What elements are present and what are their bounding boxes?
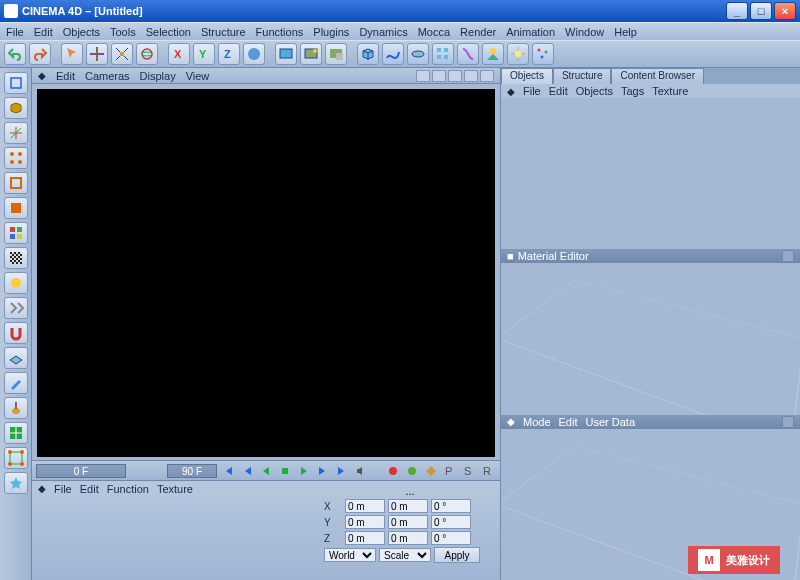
next-key-button[interactable]	[315, 464, 331, 478]
menu-structure[interactable]: Structure	[201, 26, 246, 38]
bodypaint-button[interactable]	[4, 372, 28, 394]
material-menu-edit[interactable]: Edit	[80, 483, 99, 495]
objmgr-menu-objects[interactable]: Objects	[576, 85, 613, 97]
record-button[interactable]	[385, 464, 401, 478]
wizard-button[interactable]	[4, 472, 28, 494]
rotate-tool-button[interactable]	[136, 43, 158, 65]
pos-key-button[interactable]: P	[442, 464, 458, 478]
keyframe-selection-button[interactable]	[423, 464, 439, 478]
viewport-menu-edit[interactable]: Edit	[56, 70, 75, 82]
material-expand-icon[interactable]: ◆	[38, 483, 46, 494]
move-tool-button[interactable]	[86, 43, 108, 65]
tab-structure[interactable]: Structure	[553, 68, 612, 84]
material-menu-function[interactable]: Function	[107, 483, 149, 495]
menu-plugins[interactable]: Plugins	[313, 26, 349, 38]
x-rot-input[interactable]	[431, 499, 471, 513]
particle-button[interactable]	[532, 43, 554, 65]
objmgr-expand-icon[interactable]: ◆	[507, 86, 515, 97]
rot-key-button[interactable]: R	[480, 464, 496, 478]
viewport-nav-2[interactable]	[432, 70, 446, 82]
attr-menu-userdata[interactable]: User Data	[586, 416, 636, 428]
edge-mode-button[interactable]	[4, 172, 28, 194]
tab-content-browser[interactable]: Content Browser	[611, 68, 703, 84]
scale-select[interactable]: Scale	[379, 548, 431, 562]
menu-file[interactable]: File	[6, 26, 24, 38]
material-menu-texture[interactable]: Texture	[157, 483, 193, 495]
menu-render[interactable]: Render	[460, 26, 496, 38]
x-size-input[interactable]	[388, 499, 428, 513]
world-select[interactable]: World	[324, 548, 376, 562]
autokey-button[interactable]	[404, 464, 420, 478]
viewport-nav-3[interactable]	[448, 70, 462, 82]
minimize-button[interactable]: _	[726, 2, 748, 20]
y-axis-button[interactable]: Y	[193, 43, 215, 65]
scene-button[interactable]	[482, 43, 504, 65]
attr-lock-icon[interactable]	[782, 416, 794, 428]
coord-system-button[interactable]	[243, 43, 265, 65]
polygon-mode-button[interactable]	[4, 197, 28, 219]
attr-menu-edit[interactable]: Edit	[559, 416, 578, 428]
light-button[interactable]	[507, 43, 529, 65]
current-frame-field[interactable]: 0 F	[36, 464, 126, 478]
x-pos-input[interactable]	[345, 499, 385, 513]
viewport-menu-cameras[interactable]: Cameras	[85, 70, 130, 82]
spline-primitive-button[interactable]	[382, 43, 404, 65]
select-tool-button[interactable]	[61, 43, 83, 65]
attr-menu-mode[interactable]: Mode	[523, 416, 551, 428]
uv-points-button[interactable]	[4, 447, 28, 469]
material-editor-body[interactable]	[501, 263, 800, 414]
deformer-button[interactable]	[457, 43, 479, 65]
menu-edit[interactable]: Edit	[34, 26, 53, 38]
y-rot-input[interactable]	[431, 515, 471, 529]
undo-button[interactable]	[4, 43, 26, 65]
viewport-menu-display[interactable]: Display	[140, 70, 176, 82]
stop-button[interactable]	[277, 464, 293, 478]
objmgr-menu-tags[interactable]: Tags	[621, 85, 644, 97]
menu-functions[interactable]: Functions	[256, 26, 304, 38]
make-editable-button[interactable]	[4, 72, 28, 94]
viewport-menu-view[interactable]: View	[186, 70, 210, 82]
z-pos-input[interactable]	[345, 531, 385, 545]
menu-animation[interactable]: Animation	[506, 26, 555, 38]
tab-objects[interactable]: Objects	[501, 68, 553, 84]
y-pos-input[interactable]	[345, 515, 385, 529]
maximize-button[interactable]: □	[750, 2, 772, 20]
animation-mode-button[interactable]	[4, 272, 28, 294]
scale-tool-button[interactable]	[111, 43, 133, 65]
object-manager-body[interactable]	[501, 98, 800, 249]
render-view-button[interactable]	[275, 43, 297, 65]
redo-button[interactable]	[29, 43, 51, 65]
menu-help[interactable]: Help	[614, 26, 637, 38]
prev-key-button[interactable]	[239, 464, 255, 478]
sound-button[interactable]	[353, 464, 369, 478]
menu-objects[interactable]: Objects	[63, 26, 100, 38]
z-axis-button[interactable]: Z	[218, 43, 240, 65]
material-lock-icon[interactable]	[782, 250, 794, 262]
menu-window[interactable]: Window	[565, 26, 604, 38]
close-button[interactable]: ×	[774, 2, 796, 20]
menu-dynamics[interactable]: Dynamics	[359, 26, 407, 38]
texture-mode-button[interactable]	[4, 247, 28, 269]
goto-end-button[interactable]	[334, 464, 350, 478]
y-size-input[interactable]	[388, 515, 428, 529]
object-axis-button[interactable]	[4, 122, 28, 144]
end-frame-field[interactable]: 90 F	[167, 464, 217, 478]
nurbs-button[interactable]	[407, 43, 429, 65]
cube-primitive-button[interactable]	[357, 43, 379, 65]
objmgr-menu-edit[interactable]: Edit	[549, 85, 568, 97]
viewport-expand-icon[interactable]: ◆	[38, 70, 46, 81]
ik-mode-button[interactable]	[4, 297, 28, 319]
z-size-input[interactable]	[388, 531, 428, 545]
menu-tools[interactable]: Tools	[110, 26, 136, 38]
play-back-button[interactable]	[258, 464, 274, 478]
model-mode-button[interactable]	[4, 97, 28, 119]
objmgr-menu-file[interactable]: File	[523, 85, 541, 97]
menu-selection[interactable]: Selection	[146, 26, 191, 38]
x-axis-button[interactable]: X	[168, 43, 190, 65]
texture-axis-button[interactable]	[4, 222, 28, 244]
play-button[interactable]	[296, 464, 312, 478]
paint-tool-button[interactable]	[4, 397, 28, 419]
array-button[interactable]	[432, 43, 454, 65]
menu-mocca[interactable]: Mocca	[418, 26, 450, 38]
objmgr-menu-texture[interactable]: Texture	[652, 85, 688, 97]
